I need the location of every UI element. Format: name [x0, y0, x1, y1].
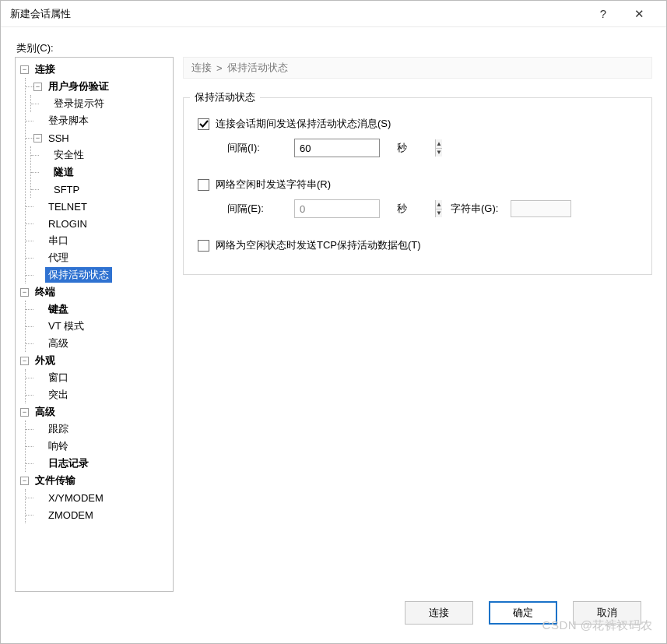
string-input — [511, 200, 571, 217]
tree-appearance[interactable]: − 外观 — [20, 352, 171, 369]
tree-connection[interactable]: − 连接 — [20, 61, 171, 78]
checkbox-icon — [198, 118, 209, 130]
tree-vt-mode[interactable]: VT 模式 — [26, 318, 171, 335]
tree-login-script[interactable]: 登录脚本 — [26, 112, 171, 129]
collapse-icon[interactable]: − — [20, 357, 29, 365]
string-label: 字符串(G): — [451, 202, 498, 216]
tree-logging[interactable]: 日志记录 — [26, 455, 171, 472]
tree-ssh-sftp[interactable]: SFTP — [31, 181, 171, 198]
tree-ssh-security[interactable]: 安全性 — [31, 146, 171, 164]
tree-proxy[interactable]: 代理 — [26, 249, 171, 266]
group-title: 保持活动状态 — [190, 90, 260, 104]
tree-rlogin[interactable]: RLOGIN — [26, 215, 171, 232]
breadcrumb: 连接 > 保持活动状态 — [183, 57, 652, 79]
checkbox-icon — [198, 240, 209, 252]
chevron-right-icon: > — [216, 62, 223, 74]
tree-xymodem[interactable]: X/YMODEM — [26, 489, 171, 506]
checkbox-icon — [198, 179, 209, 191]
tree-advanced[interactable]: − 高级 — [20, 403, 171, 421]
category-label: 类别(C): — [16, 41, 652, 55]
ok-button[interactable]: 确定 — [489, 601, 557, 625]
collapse-icon[interactable]: − — [20, 65, 29, 74]
tree-ssh-tunnel[interactable]: 隧道 — [31, 164, 171, 181]
breadcrumb-part: 连接 — [191, 61, 212, 75]
interval1-input[interactable]: ▲ ▼ — [294, 139, 380, 157]
seconds-label: 秒 — [397, 202, 407, 216]
tree-zmodem[interactable]: ZMODEM — [26, 506, 171, 523]
tree-keyboard[interactable]: 键盘 — [26, 301, 171, 318]
connect-button[interactable]: 连接 — [405, 601, 473, 625]
collapse-icon[interactable]: − — [20, 408, 29, 417]
tree-serial[interactable]: 串口 — [26, 232, 171, 249]
tree-login-prompt[interactable]: 登录提示符 — [31, 95, 171, 112]
tree-terminal[interactable]: − 终端 — [20, 283, 171, 301]
spin-up-icon[interactable]: ▲ — [436, 139, 442, 149]
spin-up-icon: ▲ — [436, 200, 442, 209]
tree-telnet[interactable]: TELNET — [26, 198, 171, 215]
cancel-button[interactable]: 取消 — [573, 601, 641, 625]
collapse-icon[interactable]: − — [33, 134, 42, 143]
interval2-value — [295, 200, 435, 217]
tree-trace[interactable]: 跟踪 — [26, 421, 171, 438]
collapse-icon[interactable]: − — [20, 477, 29, 485]
spin-down-icon: ▼ — [436, 209, 442, 218]
close-icon[interactable]: ✕ — [621, 1, 657, 27]
collapse-icon[interactable]: − — [33, 83, 42, 91]
tree-window[interactable]: 窗口 — [26, 369, 171, 386]
interval1-value[interactable] — [295, 139, 435, 157]
dialog-footer: 连接 确定 取消 — [15, 592, 652, 634]
titlebar: 新建会话属性 ? ✕ — [1, 1, 666, 27]
breadcrumb-part: 保持活动状态 — [227, 61, 288, 75]
chk-tcp-keepalive[interactable]: 网络为空闲状态时发送TCP保持活动数据包(T) — [198, 238, 421, 252]
chk-session-keepalive[interactable]: 连接会话期间发送保持活动状态消息(S) — [198, 117, 391, 131]
seconds-label: 秒 — [397, 141, 407, 155]
tree-keepalive[interactable]: 保持活动状态 — [26, 266, 171, 283]
tree-ssh[interactable]: − SSH — [26, 129, 171, 146]
interval2-input: ▲ ▼ — [294, 199, 380, 218]
keepalive-group: 保持活动状态 连接会话期间发送保持活动状态消息(S) 间隔(I): — [183, 97, 652, 275]
category-tree[interactable]: − 连接 − 用户身份验证 登录提示符 — [15, 57, 174, 592]
window-title: 新建会话属性 — [10, 7, 585, 21]
help-icon[interactable]: ? — [585, 1, 621, 27]
tree-highlight[interactable]: 突出 — [26, 386, 171, 403]
tree-auth[interactable]: − 用户身份验证 — [26, 78, 171, 95]
tree-bell[interactable]: 响铃 — [26, 438, 171, 455]
chk-idle-string[interactable]: 网络空闲时发送字符串(R) — [198, 178, 331, 192]
tree-term-adv[interactable]: 高级 — [26, 335, 171, 352]
interval2-label: 间隔(E): — [227, 202, 282, 216]
spin-down-icon[interactable]: ▼ — [436, 149, 442, 157]
interval1-label: 间隔(I): — [227, 141, 282, 155]
tree-file-transfer[interactable]: − 文件传输 — [20, 472, 171, 489]
collapse-icon[interactable]: − — [20, 288, 29, 297]
